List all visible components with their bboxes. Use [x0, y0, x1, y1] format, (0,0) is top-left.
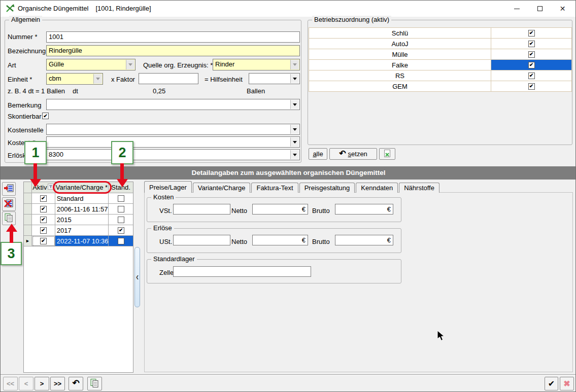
- ust-input[interactable]: [173, 235, 230, 245]
- bemerkung-dropdown[interactable]: [46, 99, 300, 110]
- kostenstelle-dropdown[interactable]: [46, 124, 300, 135]
- aktiv-checkbox[interactable]: [40, 217, 47, 223]
- aktiv-cell[interactable]: [32, 193, 55, 204]
- bz-checkbox[interactable]: [528, 62, 535, 68]
- tab-faktura-text[interactable]: Faktura-Text: [251, 183, 298, 193]
- copy-variant-button[interactable]: [2, 211, 16, 225]
- bezeichnung-input[interactable]: Rindergülle: [46, 45, 300, 56]
- cancel-button[interactable]: ✖: [560, 377, 574, 390]
- aktiv-checkbox[interactable]: [40, 195, 47, 202]
- kosten-netto-input[interactable]: €: [252, 204, 308, 215]
- bz-row[interactable]: RS: [309, 70, 571, 81]
- variant-name-cell[interactable]: 2017: [55, 225, 109, 236]
- bz-row[interactable]: Falke: [309, 60, 571, 70]
- variant-name-cell[interactable]: 2015: [55, 215, 109, 225]
- bz-checkbox-cell[interactable]: [491, 28, 571, 38]
- variant-name-cell[interactable]: Standard: [55, 193, 109, 204]
- first-record-button[interactable]: <<: [3, 377, 18, 390]
- close-button[interactable]: ✕: [551, 1, 574, 17]
- next-record-button[interactable]: >: [35, 377, 49, 390]
- stand-checkbox[interactable]: [118, 227, 124, 234]
- collapse-splitter[interactable]: ❮: [134, 247, 140, 307]
- row-selector-cell[interactable]: [24, 204, 32, 215]
- stand-cell[interactable]: [109, 204, 133, 215]
- row-selector-cell[interactable]: [24, 193, 32, 204]
- tab-nährstoffe[interactable]: Nährstoffe: [399, 183, 439, 193]
- previous-record-button[interactable]: <: [19, 377, 33, 390]
- minimize-button[interactable]: [505, 1, 528, 17]
- bz-checkbox[interactable]: [528, 41, 535, 47]
- row-selector-cell[interactable]: [24, 215, 32, 225]
- setzen-button[interactable]: ↶ setzen: [329, 148, 377, 160]
- excel-export-button[interactable]: [379, 148, 395, 160]
- quelle-dropdown[interactable]: Rinder: [213, 59, 300, 70]
- tab-preisgestaltung[interactable]: Preisgestaltung: [299, 183, 355, 193]
- bz-checkbox-cell[interactable]: [491, 81, 571, 91]
- bz-checkbox[interactable]: [528, 83, 535, 90]
- row-selector-cell[interactable]: ►: [24, 236, 32, 246]
- alle-button[interactable]: alle: [309, 148, 327, 160]
- variant-row[interactable]: Standard: [24, 193, 133, 204]
- stand-checkbox[interactable]: [118, 238, 124, 244]
- faktor-input[interactable]: [139, 73, 198, 84]
- aktiv-checkbox[interactable]: [40, 227, 47, 234]
- aktiv-cell[interactable]: [32, 225, 55, 236]
- variant-name-cell[interactable]: 2022-11-07 10:36:: [55, 236, 109, 246]
- bz-checkbox[interactable]: [528, 51, 535, 58]
- aktiv-checkbox[interactable]: [40, 238, 47, 244]
- variant-table[interactable]: AktivVariante/Charge *Stand.Standard2006…: [23, 182, 133, 373]
- bz-row[interactable]: Mülle: [309, 49, 571, 60]
- undo-button[interactable]: ↶: [69, 377, 83, 390]
- variant-row[interactable]: 2015: [24, 215, 133, 225]
- row-selector-cell[interactable]: [24, 225, 32, 236]
- bz-row[interactable]: GEM: [309, 81, 571, 92]
- tab-variante-charge[interactable]: Variante/Charge: [193, 183, 251, 193]
- aktiv-cell[interactable]: [32, 215, 55, 225]
- variant-name-cell[interactable]: 2006-11-16 11:57:: [55, 204, 109, 215]
- last-record-button[interactable]: >>: [50, 377, 65, 390]
- aktiv-checkbox[interactable]: [40, 206, 47, 212]
- zelle-input[interactable]: [173, 266, 311, 277]
- copy-record-button[interactable]: [87, 377, 102, 390]
- variant-row[interactable]: 2017: [24, 225, 133, 236]
- stand-cell[interactable]: [109, 236, 133, 246]
- bz-row[interactable]: Schlü: [309, 28, 571, 39]
- stand-cell[interactable]: [109, 225, 133, 236]
- erloese-brutto-input[interactable]: €: [335, 235, 393, 245]
- confirm-button[interactable]: ✔: [545, 377, 558, 390]
- erloeskonto-dropdown[interactable]: 8300: [46, 149, 300, 160]
- stand-checkbox[interactable]: [118, 217, 124, 223]
- bz-checkbox-cell[interactable]: [491, 70, 571, 81]
- variant-row[interactable]: 2006-11-16 11:57:: [24, 204, 133, 215]
- tab-preise-lager[interactable]: Preise/Lager: [144, 181, 192, 193]
- maximize-button[interactable]: [528, 1, 551, 17]
- aktiv-cell[interactable]: [32, 236, 55, 246]
- stand-checkbox[interactable]: [118, 206, 124, 212]
- bz-row[interactable]: AutoJ: [309, 39, 571, 49]
- annotation-arrow-3: [10, 231, 13, 243]
- vst-input[interactable]: [173, 204, 230, 215]
- art-dropdown[interactable]: Gülle: [46, 59, 135, 70]
- bz-checkbox-cell[interactable]: [491, 39, 571, 49]
- kostentraeger-dropdown[interactable]: [46, 136, 300, 148]
- chevron-down-icon: [126, 60, 134, 69]
- add-variant-button[interactable]: [2, 182, 16, 196]
- variant-row[interactable]: ►2022-11-07 10:36:: [24, 236, 133, 246]
- bz-checkbox[interactable]: [528, 73, 535, 79]
- erloese-netto-input[interactable]: €: [252, 235, 308, 245]
- nummer-input[interactable]: 1001: [46, 31, 300, 43]
- bz-checkbox[interactable]: [528, 30, 535, 37]
- tab-kenndaten[interactable]: Kenndaten: [356, 183, 398, 193]
- bz-checkbox-cell[interactable]: [491, 60, 571, 70]
- stand-cell[interactable]: [109, 215, 133, 225]
- red-x-icon: ✖: [563, 379, 570, 388]
- aktiv-cell[interactable]: [32, 204, 55, 215]
- stand-checkbox[interactable]: [118, 195, 124, 202]
- stand-cell[interactable]: [109, 193, 133, 204]
- hilfseinheit-dropdown[interactable]: [249, 73, 300, 84]
- skontierbar-checkbox[interactable]: [42, 113, 49, 119]
- delete-variant-button[interactable]: [2, 197, 16, 211]
- bz-checkbox-cell[interactable]: [491, 49, 571, 59]
- einheit-dropdown[interactable]: cbm: [46, 73, 103, 85]
- kosten-brutto-input[interactable]: €: [335, 204, 393, 215]
